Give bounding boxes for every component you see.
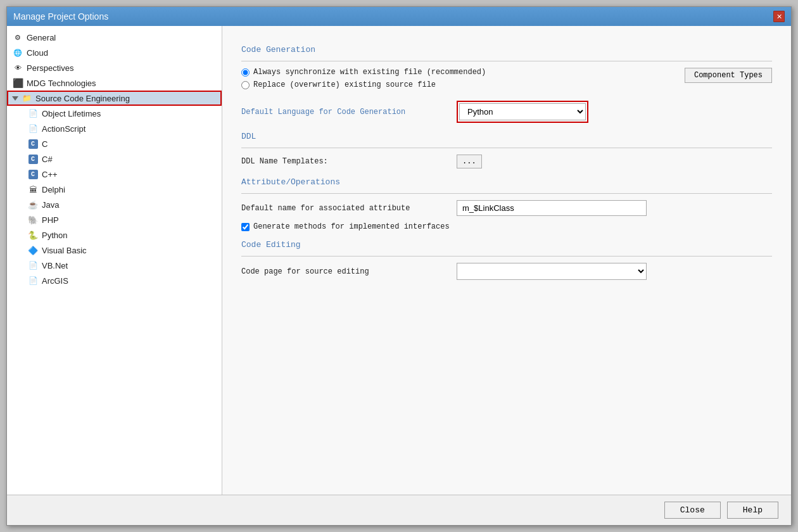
code-page-label: Code page for source editing [241,267,457,276]
left-panel: ⚙ General 🌐 Cloud 👁 Perspectives ⬛ MDG T… [7,26,222,495]
sidebar-item-label: Perspectives [27,63,73,73]
sidebar-item-label: MDG Technologies [27,79,96,88]
sidebar-item-arcgis[interactable]: 📄 ArcGIS [7,273,222,288]
vb-icon: 🔷 [27,244,39,256]
vbnet-icon: 📄 [27,260,39,271]
radio-replace-label: Replace (overwrite) existing source file [253,80,436,89]
radio-replace-input[interactable] [241,81,250,89]
default-name-row: Default name for associated attribute [241,200,772,216]
sce-icon: 📁 [21,92,32,104]
radio-always-label: Always synchronize with existing file (r… [253,68,486,77]
mdg-icon: ⬛ [12,77,23,89]
generate-methods-label: Generate methods for implemented interfa… [253,222,450,231]
radio-replace[interactable]: Replace (overwrite) existing source file [241,80,685,89]
perspectives-icon: 👁 [12,62,23,73]
sidebar-item-label: ActionScript [42,124,86,134]
manage-project-dialog: Manage Project Options ✕ ⚙ General 🌐 Clo… [6,6,792,526]
default-lang-label: Default Language for Code Generation [241,108,457,117]
sidebar-item-vb[interactable]: 🔷 Visual Basic [7,243,222,258]
separator-3 [241,193,772,194]
arcgis-icon: 📄 [27,275,39,286]
sidebar-item-cpp[interactable]: C C++ [7,167,222,182]
generate-methods-row[interactable]: Generate methods for implemented interfa… [241,222,772,231]
sidebar-item-label: Python [42,231,67,240]
ddl-header: DDL [241,132,772,141]
sidebar-item-label: Cloud [27,48,48,58]
sidebar-item-c[interactable]: C C [7,136,222,151]
java-icon: ☕ [27,199,39,210]
sidebar-item-delphi[interactable]: 🏛 Delphi [7,182,222,197]
sidebar-item-label: ArcGIS [42,276,68,286]
close-icon[interactable]: ✕ [773,11,785,22]
sidebar-item-java[interactable]: ☕ Java [7,197,222,212]
code-generation-header: Code Generation [241,45,772,54]
delphi-icon: 🏛 [27,184,39,195]
default-lang-row: Default Language for Code Generation Pyt… [241,101,772,123]
cpp-icon: C [27,168,39,180]
default-lang-dropdown-wrapper: Python C C# C++ Java PHP ActionScript De… [457,101,588,123]
code-editing-header: Code Editing [241,240,772,250]
sidebar-item-label: C++ [42,170,58,179]
generate-methods-checkbox[interactable] [241,223,250,231]
sidebar-item-perspectives[interactable]: 👁 Perspectives [7,60,222,75]
right-panel: Code Generation Always synchronize with … [222,26,791,495]
sidebar-item-mdg[interactable]: ⬛ MDG Technologies [7,75,222,91]
separator-4 [241,256,772,256]
code-page-row: Code page for source editing UTF-8 UTF-1… [241,263,772,280]
sidebar-item-label: C# [42,155,53,164]
ddl-name-templates-row: DDL Name Templates: ... [241,155,772,168]
sidebar-item-label: PHP [42,215,59,225]
sidebar-item-label: Java [42,200,59,210]
sidebar-item-object-lifetimes[interactable]: 📄 Object Lifetimes [7,106,222,121]
ddl-name-templates-button[interactable]: ... [457,155,482,168]
radio-always-sync[interactable]: Always synchronize with existing file (r… [241,68,685,77]
sidebar-item-label: General [27,33,56,42]
sidebar-item-label: Object Lifetimes [42,109,101,118]
code-page-select[interactable]: UTF-8 UTF-16 ASCII ISO-8859-1 [457,263,647,280]
attr-ops-header: Attribute/Operations [241,177,772,187]
sidebar-item-general[interactable]: ⚙ General [7,30,222,45]
c-lang-icon: C [27,138,39,149]
ol-icon: 📄 [27,108,39,119]
sidebar-item-actionscript[interactable]: 📄 ActionScript [7,121,222,136]
component-types-button[interactable]: Component Types [685,68,772,83]
expand-icon [12,96,18,101]
php-icon: 🐘 [27,214,39,225]
bottom-bar: Close Help [7,495,791,525]
general-icon: ⚙ [12,32,23,43]
separator-1 [241,61,772,61]
sidebar-item-label: C [42,139,48,149]
sidebar-item-label: VB.Net [42,261,68,270]
help-button[interactable]: Help [727,502,778,519]
csharp-icon: C [27,153,39,165]
default-name-input[interactable] [457,200,647,216]
cloud-icon: 🌐 [12,47,23,58]
separator-2 [241,148,772,148]
dialog-title: Manage Project Options [13,11,108,22]
title-bar: Manage Project Options ✕ [7,7,791,26]
close-button[interactable]: Close [664,502,721,519]
sidebar-item-python[interactable]: 🐍 Python [7,227,222,243]
as-icon: 📄 [27,123,39,134]
radio-always-input[interactable] [241,68,250,77]
sidebar-item-label: Visual Basic [42,246,87,255]
sidebar-item-cloud[interactable]: 🌐 Cloud [7,45,222,60]
sidebar-item-vbnet[interactable]: 📄 VB.Net [7,258,222,273]
sidebar-item-php[interactable]: 🐘 PHP [7,212,222,227]
python-icon: 🐍 [27,229,39,241]
default-name-label: Default name for associated attribute [241,204,457,213]
sidebar-item-sce[interactable]: 📁 Source Code Engineering [7,91,222,106]
sidebar-item-label: Source Code Engineering [35,94,130,103]
sidebar-item-csharp[interactable]: C C# [7,151,222,167]
dialog-body: ⚙ General 🌐 Cloud 👁 Perspectives ⬛ MDG T… [7,26,791,495]
ddl-name-templates-label: DDL Name Templates: [241,157,457,166]
default-lang-select[interactable]: Python C C# C++ Java PHP ActionScript De… [459,103,586,120]
sidebar-item-label: Delphi [42,185,65,194]
